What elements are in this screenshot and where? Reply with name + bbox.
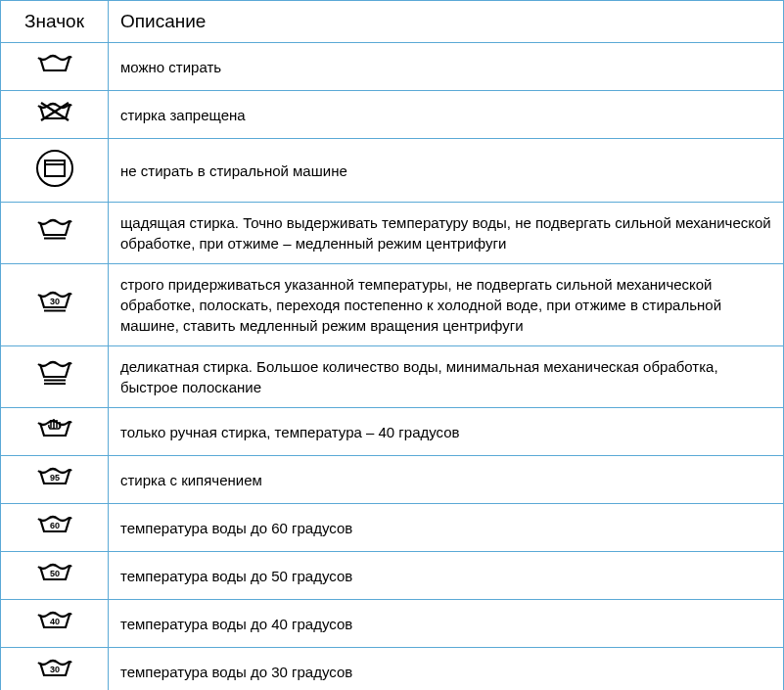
wash-2bar-icon [1, 346, 109, 408]
svg-text:60: 60 [49, 521, 59, 530]
description-cell: деликатная стирка. Большое количество во… [109, 346, 784, 408]
table-row: не стирать в стиральной машине [1, 139, 784, 203]
wash-30-icon: 30 [1, 648, 109, 691]
description-cell: строго придерживаться указанной температ… [109, 264, 784, 346]
table-row: можно стирать [1, 43, 784, 91]
description-cell: температура воды до 40 градусов [109, 600, 784, 648]
wash-hand-icon [1, 408, 109, 456]
header-description: Описание [109, 1, 784, 43]
description-cell: температура воды до 30 градусов [109, 648, 784, 691]
no-machine-circle-icon [1, 139, 109, 203]
wash-40-icon: 40 [1, 600, 109, 648]
svg-text:30: 30 [49, 665, 59, 674]
header-icon: Значок [1, 1, 109, 43]
table-row: 30температура воды до 30 градусов [1, 648, 784, 691]
wash-50-icon: 50 [1, 552, 109, 600]
table-row: 95стирка с кипячением [1, 456, 784, 504]
table-row: 60температура воды до 60 градусов [1, 504, 784, 552]
description-cell: температура воды до 50 градусов [109, 552, 784, 600]
table-row: 30строго придерживаться указанной темпер… [1, 264, 784, 346]
wash-no-icon [1, 91, 109, 139]
table-row: только ручная стирка, температура – 40 г… [1, 408, 784, 456]
table-row: щадящая стирка. Точно выдерживать темпер… [1, 203, 784, 264]
wash-1bar-icon [1, 203, 109, 264]
care-symbols-table: Значок Описание можно стиратьстирка запр… [0, 0, 784, 690]
svg-text:95: 95 [49, 473, 59, 483]
description-cell: только ручная стирка, температура – 40 г… [109, 408, 784, 456]
svg-text:40: 40 [49, 617, 59, 626]
description-cell: щадящая стирка. Точно выдерживать темпер… [109, 203, 784, 264]
description-cell: температура воды до 60 градусов [109, 504, 784, 552]
svg-text:50: 50 [49, 569, 59, 578]
svg-point-2 [37, 151, 72, 186]
wash-icon [1, 43, 109, 91]
table-row: стирка запрещена [1, 91, 784, 139]
description-cell: можно стирать [109, 43, 784, 91]
table-row: 40температура воды до 40 градусов [1, 600, 784, 648]
wash-95-icon: 95 [1, 456, 109, 504]
table-row: 50температура воды до 50 градусов [1, 552, 784, 600]
svg-rect-3 [45, 161, 65, 176]
wash-30-1bar-icon: 30 [1, 264, 109, 346]
description-cell: не стирать в стиральной машине [109, 139, 784, 203]
svg-text:30: 30 [49, 297, 59, 306]
table-row: деликатная стирка. Большое количество во… [1, 346, 784, 408]
description-cell: стирка запрещена [109, 91, 784, 139]
wash-60-icon: 60 [1, 504, 109, 552]
description-cell: стирка с кипячением [109, 456, 784, 504]
